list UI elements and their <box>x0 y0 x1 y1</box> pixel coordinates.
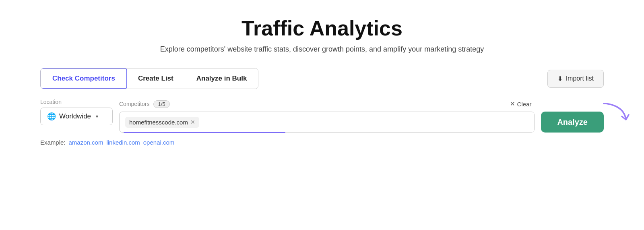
competitors-label: Competitors <box>119 101 149 107</box>
clear-label: Clear <box>517 101 532 108</box>
analyze-wrapper: Analyze <box>541 112 604 133</box>
tab-check-competitors[interactable]: Check Competitors <box>40 68 127 89</box>
competitors-input[interactable] <box>202 119 529 126</box>
tab-analyze-in-bulk[interactable]: Analyze in Bulk <box>185 68 258 89</box>
example-link-amazon[interactable]: amazon.com <box>69 139 103 146</box>
competitors-input-wrapper[interactable]: homefitnesscode.com ✕ <box>119 112 535 133</box>
tag-remove-button[interactable]: ✕ <box>190 119 195 125</box>
page-subtitle: Explore competitors' website traffic sta… <box>160 45 484 54</box>
competitors-badge: 1/5 <box>153 100 169 108</box>
examples-prefix: Example: <box>40 139 66 146</box>
example-link-linkedin[interactable]: linkedin.com <box>106 139 140 146</box>
page-title: Traffic Analytics <box>160 16 484 40</box>
tabs-group: Check Competitors Create List Analyze in… <box>40 68 258 89</box>
tabs-row: Check Competitors Create List Analyze in… <box>40 68 604 89</box>
location-group: Location 🌐 Worldwide ▾ <box>40 99 113 125</box>
x-icon: ✕ <box>510 100 515 108</box>
location-dropdown[interactable]: 🌐 Worldwide ▾ <box>40 108 113 125</box>
tag-value: homefitnesscode.com <box>129 119 188 126</box>
examples-row: Example: amazon.com linkedin.com openai.… <box>40 139 604 146</box>
import-icon: ⬇ <box>557 75 563 83</box>
competitors-label-left: Competitors 1/5 <box>119 100 170 108</box>
analyze-button[interactable]: Analyze <box>541 112 604 133</box>
page-header: Traffic Analytics Explore competitors' w… <box>160 16 484 54</box>
chevron-down-icon: ▾ <box>96 114 98 119</box>
controls-row: Location 🌐 Worldwide ▾ Competitors 1/5 ✕… <box>40 99 604 133</box>
arrow-decoration <box>600 99 632 132</box>
location-label: Location <box>40 99 113 105</box>
import-list-label: Import list <box>566 75 594 82</box>
clear-button[interactable]: ✕ Clear <box>507 99 535 109</box>
import-list-button[interactable]: ⬇ Import list <box>547 70 604 88</box>
example-link-openai[interactable]: openai.com <box>143 139 175 146</box>
globe-icon: 🌐 <box>47 112 56 121</box>
competitor-tag: homefitnesscode.com ✕ <box>125 117 199 128</box>
location-value: Worldwide <box>59 112 91 120</box>
main-content: Check Competitors Create List Analyze in… <box>40 68 604 146</box>
competitors-group: Competitors 1/5 ✕ Clear homefitnesscode.… <box>119 99 535 133</box>
competitors-label-row: Competitors 1/5 ✕ Clear <box>119 99 535 109</box>
tab-create-list[interactable]: Create List <box>127 68 185 89</box>
